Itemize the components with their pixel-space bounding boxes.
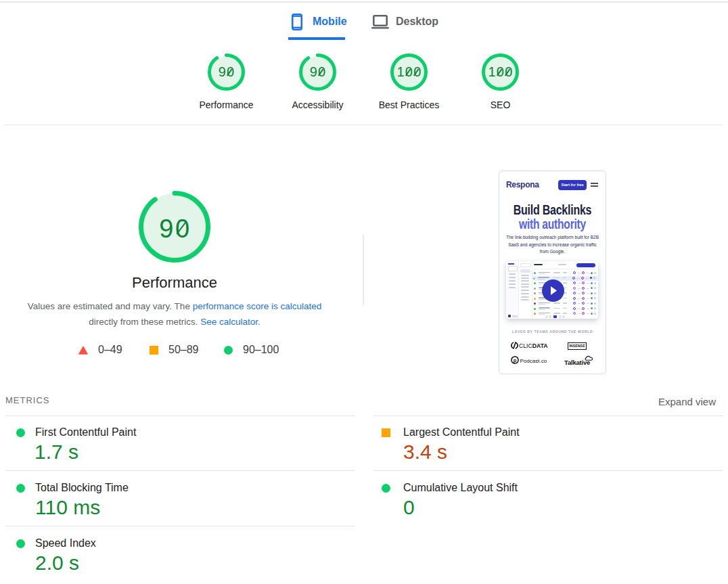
svg-text:p: p xyxy=(514,357,517,363)
